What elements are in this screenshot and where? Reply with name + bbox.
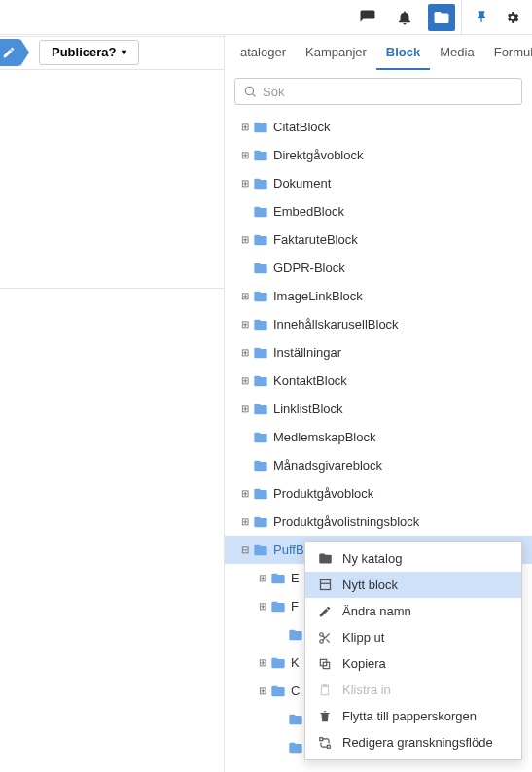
ctx-paste: Klistra in [305, 677, 521, 703]
tab-media[interactable]: Media [430, 35, 483, 70]
tree-row[interactable]: ⊞LinklistBlock [225, 395, 532, 423]
expand-icon[interactable]: ⊞ [238, 516, 252, 527]
svg-rect-22 [327, 745, 330, 748]
tree-item-label: Dokument [273, 176, 331, 191]
tree-row[interactable]: ⊞MedlemskapBlock [225, 423, 532, 451]
folder-icon [269, 654, 287, 672]
pin-icon[interactable] [468, 4, 495, 31]
ctx-label: Redigera granskningsflöde [342, 735, 493, 750]
expand-icon[interactable]: ⊞ [238, 150, 252, 160]
tree-row[interactable]: ⊞Inställningar [225, 338, 532, 367]
ctx-new-folder[interactable]: Ny katalog [305, 545, 521, 572]
copy-icon [317, 657, 333, 671]
expand-icon[interactable]: ⊞ [256, 685, 269, 696]
tree-row[interactable]: ⊞Direktgåvoblock [225, 141, 532, 169]
toolbar-right [461, 0, 532, 34]
ctx-new-block[interactable]: Nytt block [305, 572, 521, 598]
tree-item-label: CitatBlock [273, 120, 331, 134]
left-content-area [0, 70, 224, 772]
tree-row[interactable]: ⊞GDPR-Block [225, 254, 532, 282]
svg-point-13 [320, 639, 324, 643]
tree-row[interactable]: ⊞Dokument [225, 169, 532, 197]
paste-icon [317, 684, 333, 697]
expand-icon[interactable]: ⊞ [238, 234, 252, 245]
expand-icon[interactable]: ⊞ [238, 375, 252, 386]
gear-icon[interactable] [499, 4, 526, 31]
tab-campaigns[interactable]: Kampanjer [296, 35, 376, 70]
tree-item-label: K [291, 655, 300, 670]
ctx-cut[interactable]: Klipp ut [305, 624, 521, 650]
svg-line-15 [326, 639, 329, 642]
folder-panel-toggle-icon[interactable] [428, 4, 455, 31]
expand-icon[interactable]: ⊞ [238, 404, 252, 414]
ctx-trash[interactable]: Flytta till papperskorgen [305, 703, 521, 729]
block-icon [317, 578, 333, 592]
tabs-row: ataloger Kampanjer Block Media Formulär … [225, 35, 532, 70]
tree-row[interactable]: ⊞ImageLinkBlock [225, 282, 532, 310]
search-icon [243, 85, 257, 98]
ctx-label: Flytta till papperskorgen [342, 709, 477, 723]
svg-rect-10 [320, 580, 330, 590]
tab-blocks[interactable]: Block [376, 35, 430, 70]
tree-row[interactable]: ⊞Produktgåvoblock [225, 479, 532, 508]
ctx-copy[interactable]: Kopiera [305, 650, 521, 677]
tree-row[interactable]: ⊞InnehållskarusellBlock [225, 310, 532, 338]
folder-icon [252, 513, 269, 531]
expand-icon[interactable]: ⊞ [238, 347, 252, 358]
search-field[interactable] [234, 78, 522, 105]
folder-icon [252, 119, 269, 136]
svg-point-8 [245, 87, 253, 94]
ctx-label: Klistra in [342, 683, 391, 697]
tree-row[interactable]: ⊞Produktgåvolistningsblock [225, 508, 532, 536]
tree-item-label: Månadsgivareblock [273, 458, 382, 473]
tree-row[interactable]: ⊞Månadsgivareblock [225, 451, 532, 479]
tree-item-label: Direktgåvoblock [273, 148, 364, 162]
tree-item-label: GDPR-Block [273, 261, 345, 275]
ctx-edit-review[interactable]: Redigera granskningsflöde [305, 729, 521, 755]
ctx-label: Ändra namn [342, 604, 411, 618]
ctx-label: Klipp ut [342, 630, 384, 645]
folder-icon [252, 316, 269, 333]
workflow-icon [317, 736, 333, 750]
folder-icon [252, 260, 269, 277]
folder-icon [252, 542, 269, 559]
top-toolbar [0, 0, 532, 35]
content-card [0, 36, 224, 289]
comment-icon[interactable] [354, 4, 381, 31]
expand-icon[interactable]: ⊞ [238, 488, 252, 499]
ctx-rename[interactable]: Ändra namn [305, 598, 521, 624]
tree-item-label: C [291, 684, 300, 698]
folder-icon [252, 457, 269, 474]
tree-row[interactable]: ⊞FaktaruteBlock [225, 226, 532, 254]
expand-icon[interactable]: ⊞ [238, 178, 252, 189]
search-input[interactable] [263, 85, 514, 99]
folder-icon [269, 570, 287, 587]
toolbar-left [0, 4, 461, 31]
folder-icon [287, 711, 304, 728]
tree-row[interactable]: ⊞CitatBlock [225, 113, 532, 141]
scissors-icon [317, 631, 333, 645]
expand-icon[interactable]: ⊞ [256, 657, 269, 668]
expand-icon[interactable]: ⊞ [256, 601, 269, 612]
svg-line-16 [323, 635, 325, 637]
tree-row[interactable]: ⊞KontaktBlock [225, 367, 532, 395]
folder-icon [252, 175, 269, 193]
folder-icon [252, 372, 269, 390]
expand-icon[interactable]: ⊞ [238, 291, 252, 301]
folder-icon [252, 288, 269, 305]
bell-icon[interactable] [391, 4, 418, 31]
tab-catalogs[interactable]: ataloger [231, 35, 296, 70]
collapse-icon[interactable]: ⊟ [238, 544, 252, 555]
expand-icon[interactable]: ⊞ [238, 319, 252, 330]
tree-item-label: MedlemskapBlock [273, 430, 376, 444]
tree-row[interactable]: ⊞EmbedBlock [225, 197, 532, 226]
svg-rect-21 [320, 737, 323, 740]
expand-icon[interactable]: ⊞ [256, 573, 269, 583]
expand-icon[interactable]: ⊞ [238, 122, 252, 132]
folder-icon [252, 429, 269, 446]
folder-plus-icon [317, 551, 333, 566]
folder-icon [252, 147, 269, 164]
tab-forms[interactable]: Formulär [484, 35, 532, 70]
context-menu: Ny katalog Nytt block Ändra namn Klipp u… [304, 541, 522, 760]
folder-icon [252, 344, 269, 362]
